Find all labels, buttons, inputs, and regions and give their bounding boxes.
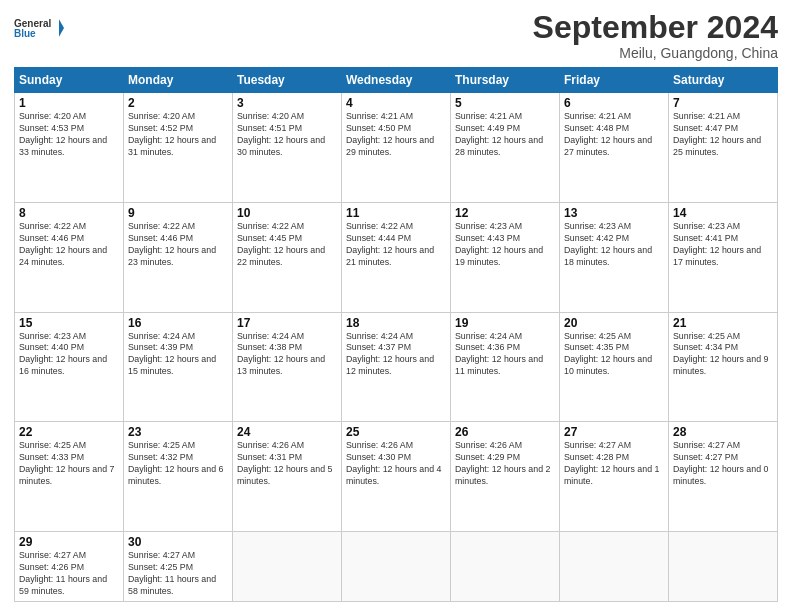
day-info: Sunrise: 4:25 AMSunset: 4:32 PMDaylight:… <box>128 440 228 488</box>
calendar-cell: 26 Sunrise: 4:26 AMSunset: 4:29 PMDaylig… <box>451 422 560 532</box>
day-info: Sunrise: 4:27 AMSunset: 4:27 PMDaylight:… <box>673 440 773 488</box>
day-number: 9 <box>128 206 228 220</box>
calendar-cell: 18 Sunrise: 4:24 AMSunset: 4:37 PMDaylig… <box>342 312 451 422</box>
day-info: Sunrise: 4:23 AMSunset: 4:43 PMDaylight:… <box>455 221 555 269</box>
calendar-cell: 4 Sunrise: 4:21 AMSunset: 4:50 PMDayligh… <box>342 93 451 203</box>
day-number: 11 <box>346 206 446 220</box>
day-number: 28 <box>673 425 773 439</box>
calendar-cell <box>560 532 669 602</box>
day-info: Sunrise: 4:20 AMSunset: 4:53 PMDaylight:… <box>19 111 119 159</box>
day-info: Sunrise: 4:23 AMSunset: 4:41 PMDaylight:… <box>673 221 773 269</box>
month-title: September 2024 <box>533 10 778 45</box>
day-number: 3 <box>237 96 337 110</box>
calendar-row: 22 Sunrise: 4:25 AMSunset: 4:33 PMDaylig… <box>15 422 778 532</box>
calendar-row: 29 Sunrise: 4:27 AMSunset: 4:26 PMDaylig… <box>15 532 778 602</box>
calendar-page: General Blue September 2024 Meilu, Guang… <box>0 0 792 612</box>
day-info: Sunrise: 4:25 AMSunset: 4:33 PMDaylight:… <box>19 440 119 488</box>
day-info: Sunrise: 4:22 AMSunset: 4:46 PMDaylight:… <box>19 221 119 269</box>
calendar-cell: 27 Sunrise: 4:27 AMSunset: 4:28 PMDaylig… <box>560 422 669 532</box>
day-info: Sunrise: 4:24 AMSunset: 4:39 PMDaylight:… <box>128 331 228 379</box>
calendar-cell: 15 Sunrise: 4:23 AMSunset: 4:40 PMDaylig… <box>15 312 124 422</box>
day-number: 26 <box>455 425 555 439</box>
day-number: 2 <box>128 96 228 110</box>
day-info: Sunrise: 4:22 AMSunset: 4:45 PMDaylight:… <box>237 221 337 269</box>
day-number: 8 <box>19 206 119 220</box>
day-number: 20 <box>564 316 664 330</box>
calendar-cell: 17 Sunrise: 4:24 AMSunset: 4:38 PMDaylig… <box>233 312 342 422</box>
day-info: Sunrise: 4:27 AMSunset: 4:26 PMDaylight:… <box>19 550 119 598</box>
day-number: 7 <box>673 96 773 110</box>
day-number: 13 <box>564 206 664 220</box>
logo: General Blue <box>14 10 64 46</box>
day-info: Sunrise: 4:20 AMSunset: 4:51 PMDaylight:… <box>237 111 337 159</box>
day-number: 16 <box>128 316 228 330</box>
day-number: 12 <box>455 206 555 220</box>
calendar-cell: 13 Sunrise: 4:23 AMSunset: 4:42 PMDaylig… <box>560 202 669 312</box>
day-info: Sunrise: 4:26 AMSunset: 4:29 PMDaylight:… <box>455 440 555 488</box>
calendar-cell: 8 Sunrise: 4:22 AMSunset: 4:46 PMDayligh… <box>15 202 124 312</box>
col-tuesday: Tuesday <box>233 68 342 93</box>
logo-svg: General Blue <box>14 10 64 46</box>
calendar-cell <box>451 532 560 602</box>
day-number: 4 <box>346 96 446 110</box>
calendar-row: 1 Sunrise: 4:20 AMSunset: 4:53 PMDayligh… <box>15 93 778 203</box>
day-number: 6 <box>564 96 664 110</box>
location: Meilu, Guangdong, China <box>533 45 778 61</box>
day-info: Sunrise: 4:26 AMSunset: 4:31 PMDaylight:… <box>237 440 337 488</box>
calendar-row: 8 Sunrise: 4:22 AMSunset: 4:46 PMDayligh… <box>15 202 778 312</box>
col-monday: Monday <box>124 68 233 93</box>
col-sunday: Sunday <box>15 68 124 93</box>
day-number: 14 <box>673 206 773 220</box>
calendar-cell: 25 Sunrise: 4:26 AMSunset: 4:30 PMDaylig… <box>342 422 451 532</box>
day-info: Sunrise: 4:22 AMSunset: 4:46 PMDaylight:… <box>128 221 228 269</box>
calendar-cell <box>342 532 451 602</box>
day-number: 22 <box>19 425 119 439</box>
col-saturday: Saturday <box>669 68 778 93</box>
calendar-cell <box>233 532 342 602</box>
day-number: 24 <box>237 425 337 439</box>
title-block: September 2024 Meilu, Guangdong, China <box>533 10 778 61</box>
calendar-cell: 14 Sunrise: 4:23 AMSunset: 4:41 PMDaylig… <box>669 202 778 312</box>
calendar-cell: 7 Sunrise: 4:21 AMSunset: 4:47 PMDayligh… <box>669 93 778 203</box>
day-info: Sunrise: 4:23 AMSunset: 4:42 PMDaylight:… <box>564 221 664 269</box>
day-number: 27 <box>564 425 664 439</box>
day-number: 18 <box>346 316 446 330</box>
header: General Blue September 2024 Meilu, Guang… <box>14 10 778 61</box>
calendar-cell: 6 Sunrise: 4:21 AMSunset: 4:48 PMDayligh… <box>560 93 669 203</box>
calendar-cell: 20 Sunrise: 4:25 AMSunset: 4:35 PMDaylig… <box>560 312 669 422</box>
day-info: Sunrise: 4:27 AMSunset: 4:28 PMDaylight:… <box>564 440 664 488</box>
day-number: 30 <box>128 535 228 549</box>
day-info: Sunrise: 4:24 AMSunset: 4:37 PMDaylight:… <box>346 331 446 379</box>
calendar-table: Sunday Monday Tuesday Wednesday Thursday… <box>14 67 778 602</box>
day-number: 5 <box>455 96 555 110</box>
day-number: 1 <box>19 96 119 110</box>
col-friday: Friday <box>560 68 669 93</box>
calendar-cell: 21 Sunrise: 4:25 AMSunset: 4:34 PMDaylig… <box>669 312 778 422</box>
calendar-cell: 29 Sunrise: 4:27 AMSunset: 4:26 PMDaylig… <box>15 532 124 602</box>
calendar-row: 15 Sunrise: 4:23 AMSunset: 4:40 PMDaylig… <box>15 312 778 422</box>
day-info: Sunrise: 4:24 AMSunset: 4:36 PMDaylight:… <box>455 331 555 379</box>
day-info: Sunrise: 4:24 AMSunset: 4:38 PMDaylight:… <box>237 331 337 379</box>
calendar-cell: 9 Sunrise: 4:22 AMSunset: 4:46 PMDayligh… <box>124 202 233 312</box>
calendar-cell: 22 Sunrise: 4:25 AMSunset: 4:33 PMDaylig… <box>15 422 124 532</box>
day-info: Sunrise: 4:21 AMSunset: 4:48 PMDaylight:… <box>564 111 664 159</box>
svg-marker-2 <box>59 19 64 37</box>
col-wednesday: Wednesday <box>342 68 451 93</box>
calendar-cell: 10 Sunrise: 4:22 AMSunset: 4:45 PMDaylig… <box>233 202 342 312</box>
svg-text:General: General <box>14 18 51 29</box>
day-info: Sunrise: 4:27 AMSunset: 4:25 PMDaylight:… <box>128 550 228 598</box>
calendar-cell: 11 Sunrise: 4:22 AMSunset: 4:44 PMDaylig… <box>342 202 451 312</box>
day-info: Sunrise: 4:22 AMSunset: 4:44 PMDaylight:… <box>346 221 446 269</box>
day-number: 19 <box>455 316 555 330</box>
day-number: 29 <box>19 535 119 549</box>
calendar-cell: 30 Sunrise: 4:27 AMSunset: 4:25 PMDaylig… <box>124 532 233 602</box>
day-number: 21 <box>673 316 773 330</box>
calendar-cell: 28 Sunrise: 4:27 AMSunset: 4:27 PMDaylig… <box>669 422 778 532</box>
calendar-cell: 24 Sunrise: 4:26 AMSunset: 4:31 PMDaylig… <box>233 422 342 532</box>
day-number: 23 <box>128 425 228 439</box>
calendar-cell: 23 Sunrise: 4:25 AMSunset: 4:32 PMDaylig… <box>124 422 233 532</box>
day-info: Sunrise: 4:25 AMSunset: 4:35 PMDaylight:… <box>564 331 664 379</box>
day-number: 17 <box>237 316 337 330</box>
day-info: Sunrise: 4:21 AMSunset: 4:47 PMDaylight:… <box>673 111 773 159</box>
svg-text:Blue: Blue <box>14 28 36 39</box>
